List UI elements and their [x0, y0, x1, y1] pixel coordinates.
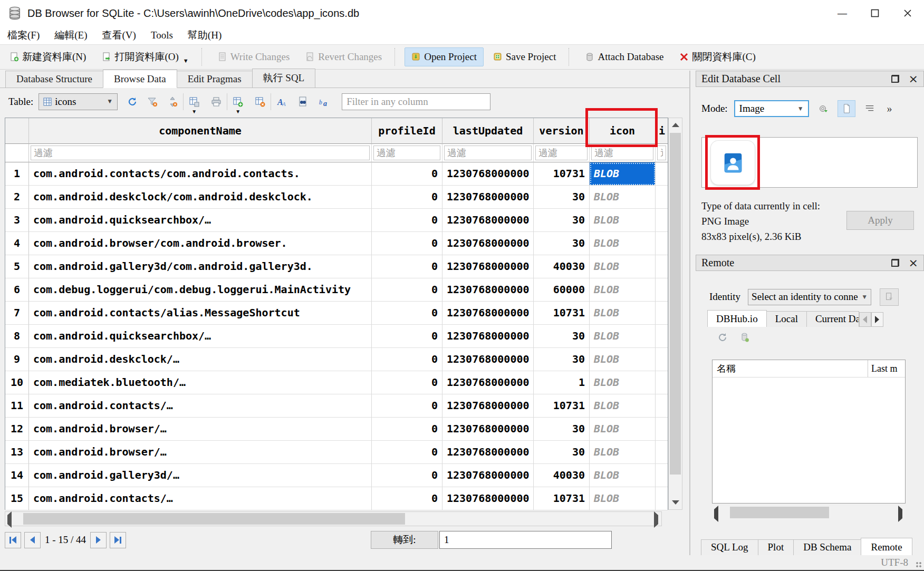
insert-record-icon[interactable]: ▼ [233, 96, 243, 107]
profile-cell[interactable]: 0 [372, 394, 442, 418]
blob-cell[interactable]: BLOB [590, 325, 656, 348]
text-view-button[interactable] [838, 100, 855, 117]
goto-record-input[interactable] [439, 531, 612, 549]
version-cell[interactable]: 1 [534, 371, 590, 394]
find-in-table-icon[interactable] [297, 96, 308, 107]
menu-view[interactable]: 查看(V) [95, 26, 143, 44]
blob-cell[interactable]: BLOB [590, 464, 656, 487]
partial-cell[interactable] [656, 232, 668, 255]
component-cell[interactable]: com.android.browser/… [29, 441, 372, 464]
blob-cell[interactable]: BLOB [590, 418, 656, 441]
horizontal-scroll-thumb[interactable] [23, 513, 405, 525]
import-certificate-button[interactable] [880, 288, 899, 306]
column-header-lastUpdated[interactable]: lastUpdated [442, 118, 534, 144]
component-cell[interactable]: com.android.gallery3d/com.android.galler… [29, 255, 372, 278]
refresh-icon[interactable] [127, 96, 138, 107]
tab-database-structure[interactable]: Database Structure [5, 71, 103, 88]
prev-page-button[interactable] [24, 532, 41, 548]
vertical-scroll-thumb[interactable] [670, 133, 681, 475]
scroll-right-arrow[interactable] [898, 509, 902, 519]
menu-file[interactable]: 檔案(F) [0, 26, 47, 44]
column-header-profileId[interactable]: profileId [372, 118, 442, 144]
float-panel-icon[interactable] [891, 259, 899, 267]
close-panel-icon[interactable]: × [909, 75, 918, 83]
column-header-version[interactable]: version [534, 118, 590, 144]
filter-input-componentName[interactable] [31, 146, 370, 160]
version-cell[interactable]: 30 [534, 418, 590, 441]
blob-cell[interactable]: BLOB [590, 255, 656, 278]
row-number-cell[interactable]: 3 [5, 209, 29, 232]
partial-cell[interactable] [656, 394, 668, 418]
last-page-button[interactable] [110, 532, 126, 548]
filter-input-icon[interactable] [591, 146, 653, 160]
row-number-cell[interactable]: 11 [5, 394, 29, 418]
row-number-cell[interactable]: 14 [5, 464, 29, 487]
goto-button[interactable]: 轉到: [371, 531, 438, 549]
scroll-up-arrow[interactable] [669, 118, 682, 132]
blob-cell[interactable]: BLOB [590, 232, 656, 255]
component-cell[interactable]: com.android.quicksearchbox/… [29, 325, 372, 348]
updated-cell[interactable]: 1230768000000 [442, 302, 534, 325]
scroll-down-arrow[interactable] [669, 496, 682, 509]
profile-cell[interactable]: 0 [372, 302, 442, 325]
partial-cell[interactable] [656, 209, 668, 232]
tab-execute-sql[interactable]: 執行 SQL [252, 69, 316, 88]
version-cell[interactable]: 30 [534, 186, 590, 209]
component-cell[interactable]: com.android.contacts/alias.MessageShortc… [29, 302, 372, 325]
clear-sort-icon[interactable] [167, 96, 178, 107]
attach-database-button[interactable]: Attach Database [579, 48, 670, 66]
delete-record-icon[interactable] [255, 96, 265, 107]
save-results-dropdown-arrow[interactable]: ▼ [191, 109, 197, 114]
column-header-componentName[interactable]: componentName [29, 118, 372, 144]
updated-cell[interactable]: 1230768000000 [442, 255, 534, 278]
overflow-chevron[interactable]: » [887, 103, 891, 115]
font-format-icon[interactable]: AA [276, 96, 287, 107]
column-header-icon[interactable]: icon [590, 118, 656, 144]
profile-cell[interactable]: 0 [372, 348, 442, 371]
remote-tab-dbhub[interactable]: DBHub.io [707, 310, 767, 327]
remote-clone-database-icon[interactable] [739, 332, 750, 343]
updated-cell[interactable]: 1230768000000 [442, 209, 534, 232]
profile-cell[interactable]: 0 [372, 441, 442, 464]
close-database-button[interactable]: 關閉資料庫(C) [673, 47, 762, 67]
updated-cell[interactable]: 1230768000000 [442, 232, 534, 255]
component-cell[interactable]: com.android.contacts/com.android.contact… [29, 162, 372, 186]
component-cell[interactable]: com.android.quicksearchbox/… [29, 209, 372, 232]
dock-tab-remote[interactable]: Remote [861, 538, 912, 556]
remote-database-list[interactable]: 名稱 Last m [712, 360, 906, 504]
menu-tools[interactable]: Tools [143, 26, 180, 44]
version-cell[interactable]: 10731 [534, 394, 590, 418]
dock-tab-db-schema[interactable]: DB Schema [793, 539, 861, 556]
partial-cell[interactable] [656, 371, 668, 394]
updated-cell[interactable]: 1230768000000 [442, 394, 534, 418]
blob-cell[interactable]: BLOB [590, 278, 656, 302]
blob-cell[interactable]: BLOB [590, 487, 656, 510]
table-selector[interactable]: icons ▼ [38, 93, 118, 110]
version-cell[interactable]: 30 [534, 232, 590, 255]
filter-input-profileId[interactable] [373, 146, 440, 160]
profile-cell[interactable]: 0 [372, 325, 442, 348]
partial-cell[interactable] [656, 186, 668, 209]
row-number-cell[interactable]: 5 [5, 255, 29, 278]
row-number-cell[interactable]: 2 [5, 186, 29, 209]
apply-button[interactable]: Apply [846, 211, 914, 230]
blob-cell[interactable]: BLOB [590, 186, 656, 209]
menu-help[interactable]: 幫助(H) [180, 26, 229, 44]
partial-cell[interactable] [656, 441, 668, 464]
remote-list-header-name[interactable]: 名稱 [713, 360, 868, 377]
scroll-right-arrow[interactable] [654, 515, 658, 525]
panel-splitter[interactable] [689, 71, 690, 555]
partial-cell[interactable] [656, 464, 668, 487]
remote-tab-local[interactable]: Local [766, 311, 807, 327]
first-page-button[interactable] [5, 532, 21, 548]
version-cell[interactable]: 30 [534, 325, 590, 348]
encoding-indicator[interactable]: UTF-8 [881, 557, 908, 568]
partial-cell[interactable] [656, 487, 668, 510]
row-number-cell[interactable]: 8 [5, 325, 29, 348]
profile-cell[interactable]: 0 [372, 232, 442, 255]
component-cell[interactable]: com.android.deskclock/com.android.deskcl… [29, 186, 372, 209]
row-number-cell[interactable]: 15 [5, 487, 29, 510]
updated-cell[interactable]: 1230768000000 [442, 487, 534, 510]
blob-cell[interactable]: BLOB [590, 209, 656, 232]
version-cell[interactable]: 40030 [534, 464, 590, 487]
